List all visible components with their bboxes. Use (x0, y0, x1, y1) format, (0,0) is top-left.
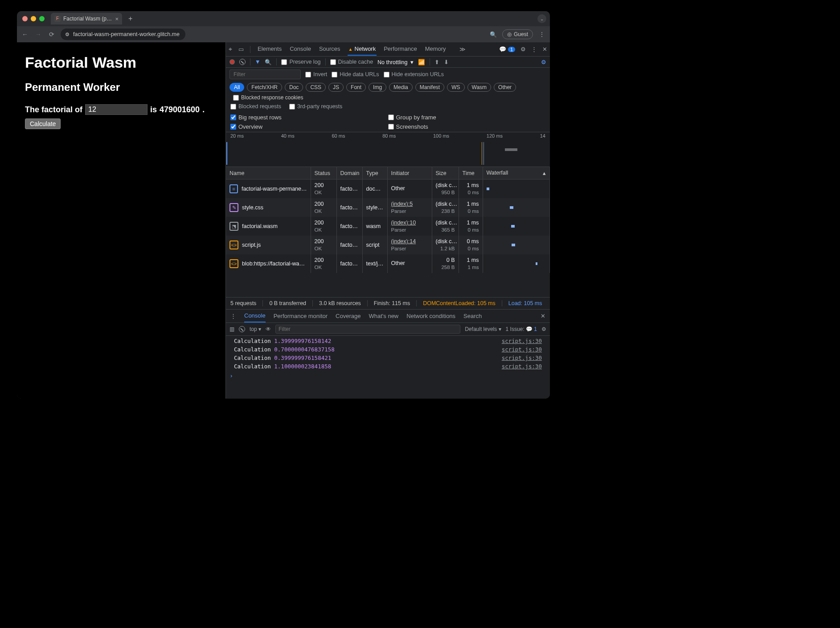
column-name[interactable]: Name (226, 167, 311, 179)
profile-badge[interactable]: ◎ Guest (502, 29, 533, 39)
record-button[interactable] (229, 59, 235, 65)
filter-chip-ws[interactable]: WS (447, 83, 464, 92)
column-type[interactable]: Type (362, 167, 387, 179)
filter-chip-doc[interactable]: Doc (285, 83, 303, 92)
console-prompt[interactable]: › (226, 371, 550, 380)
drawer-tab-search[interactable]: Search (463, 310, 482, 322)
source-link[interactable]: script.js:30 (502, 346, 542, 353)
invert-checkbox[interactable]: Invert (305, 71, 327, 77)
devtools-tab-elements[interactable]: Elements (257, 43, 283, 56)
filter-chip-img[interactable]: Img (369, 83, 386, 92)
filter-chip-fetchxhr[interactable]: Fetch/XHR (247, 83, 282, 92)
hide-data-urls-checkbox[interactable]: Hide data URLs (332, 71, 379, 77)
overview-checkbox[interactable]: Overview (230, 123, 388, 130)
blocked-cookies-checkbox[interactable]: Blocked response cookies (233, 94, 303, 101)
filter-chip-js[interactable]: JS (328, 83, 344, 92)
table-row[interactable]: ✎style.css200OKfactori…styles…(index):5P… (226, 198, 550, 217)
network-overview[interactable]: 20 ms40 ms60 ms80 ms100 ms120 ms14 (226, 132, 550, 167)
filter-chip-manifest[interactable]: Manifest (415, 83, 444, 92)
table-row[interactable]: <>script.js200OKfactori…script(index):14… (226, 236, 550, 254)
close-drawer-icon[interactable]: ✕ (541, 313, 545, 319)
devtools-tab-console[interactable]: Console (289, 43, 312, 56)
source-link[interactable]: script.js:30 (502, 355, 542, 361)
network-filter-input[interactable] (229, 69, 301, 79)
filter-chip-all[interactable]: All (229, 83, 244, 92)
browser-tab[interactable]: F Factorial Wasm (permanent \ × (51, 13, 122, 24)
source-link[interactable]: script.js:30 (502, 338, 542, 344)
more-tabs-icon[interactable]: ≫ (459, 46, 466, 53)
maximize-window-icon[interactable] (39, 16, 45, 21)
close-devtools-icon[interactable]: ✕ (542, 46, 547, 53)
console-clear-icon[interactable] (239, 326, 245, 332)
screenshots-checkbox[interactable]: Screenshots (388, 123, 546, 130)
blocked-requests-checkbox[interactable]: Blocked requests (230, 103, 281, 110)
minimize-window-icon[interactable] (31, 16, 36, 21)
factorial-input[interactable] (85, 104, 148, 115)
drawer-menu-icon[interactable]: ⋮ (230, 313, 236, 319)
third-party-checkbox[interactable]: 3rd-party requests (289, 103, 342, 110)
devtools-tab-performance[interactable]: Performance (383, 43, 418, 56)
network-settings-icon[interactable]: ⚙ (541, 59, 546, 65)
clear-button[interactable] (239, 59, 246, 65)
tab-search-button[interactable]: ⌄ (537, 14, 546, 23)
big-rows-checkbox[interactable]: Big request rows (230, 114, 388, 121)
console-output[interactable]: Calculation 1.399999976158142script.js:3… (226, 336, 550, 371)
column-status[interactable]: Status (311, 167, 336, 179)
network-conditions-icon[interactable]: 📶 (418, 59, 425, 65)
drawer-tab-coverage[interactable]: Coverage (336, 310, 361, 322)
issues-button[interactable]: 💬 1 (499, 46, 515, 53)
column-initiator[interactable]: Initiator (387, 167, 432, 179)
throttling-select[interactable]: No throttling ▾ (377, 59, 414, 65)
column-time[interactable]: Time (459, 167, 483, 179)
column-waterfall[interactable]: Waterfall ▴ (483, 167, 550, 179)
settings-icon[interactable]: ⚙ (520, 46, 526, 53)
calculate-button[interactable]: Calculate (25, 118, 61, 129)
drawer-tab-network-conditions[interactable]: Network conditions (406, 310, 455, 322)
import-har-icon[interactable]: ⬇ (444, 59, 449, 65)
export-har-icon[interactable]: ⬆ (434, 59, 439, 65)
new-tab-button[interactable]: + (126, 15, 135, 23)
address-bar[interactable]: ⚙ factorial-wasm-permanent-worker.glitch… (61, 29, 185, 40)
filter-chip-font[interactable]: Font (346, 83, 366, 92)
devtools-tab-memory[interactable]: Memory (424, 43, 447, 56)
forward-icon[interactable]: → (34, 31, 43, 38)
drawer-tab-console[interactable]: Console (244, 310, 266, 322)
console-settings-icon[interactable]: ⚙ (541, 326, 546, 332)
table-row[interactable]: ⬔factorial.wasm200OKfactori…wasm(index):… (226, 217, 550, 236)
devtools-tab-network[interactable]: Network (348, 43, 377, 56)
table-row[interactable]: <>blob:https://factorial-wa…200OKfactori… (226, 254, 550, 273)
column-size[interactable]: Size (432, 167, 459, 179)
filter-toggle-icon[interactable]: ▼ (255, 59, 260, 65)
filter-chip-media[interactable]: Media (389, 83, 413, 92)
filter-chip-css[interactable]: CSS (306, 83, 326, 92)
window-controls[interactable] (22, 16, 45, 21)
console-sidebar-toggle-icon[interactable]: ▥ (229, 326, 234, 332)
live-expression-icon[interactable]: 👁 (266, 326, 271, 332)
preserve-log-checkbox[interactable]: Preserve log (281, 59, 320, 65)
device-toggle-icon[interactable]: ▭ (238, 46, 244, 53)
reload-icon[interactable]: ⟳ (47, 31, 56, 38)
site-info-icon[interactable]: ⚙ (65, 32, 70, 37)
log-levels-select[interactable]: Default levels ▾ (465, 326, 501, 332)
table-row[interactable]: ≡factorial-wasm-permane…200OKfactori…doc… (226, 179, 550, 199)
disable-cache-checkbox[interactable]: Disable cache (330, 59, 373, 65)
group-frame-checkbox[interactable]: Group by frame (388, 114, 546, 121)
console-filter-input[interactable] (275, 325, 460, 334)
zoom-icon[interactable]: 🔍 (489, 31, 498, 38)
devtools-menu-icon[interactable]: ⋮ (531, 46, 537, 53)
close-tab-icon[interactable]: × (115, 16, 119, 22)
devtools-tab-sources[interactable]: Sources (318, 43, 341, 56)
drawer-tab-what-s-new[interactable]: What's new (369, 310, 398, 322)
console-issues[interactable]: 1 Issue: 💬 1 (506, 326, 537, 332)
network-table[interactable]: NameStatusDomainTypeInitiatorSizeTimeWat… (226, 167, 550, 298)
filter-chip-other[interactable]: Other (494, 83, 516, 92)
back-icon[interactable]: ← (20, 31, 29, 38)
close-window-icon[interactable] (22, 16, 28, 21)
inspect-icon[interactable]: ⌖ (229, 45, 232, 53)
column-domain[interactable]: Domain (336, 167, 362, 179)
source-link[interactable]: script.js:30 (502, 363, 542, 370)
menu-icon[interactable]: ⋮ (537, 31, 546, 38)
context-select[interactable]: top ▾ (250, 326, 261, 332)
filter-chip-wasm[interactable]: Wasm (467, 83, 492, 92)
hide-extension-urls-checkbox[interactable]: Hide extension URLs (384, 71, 444, 77)
